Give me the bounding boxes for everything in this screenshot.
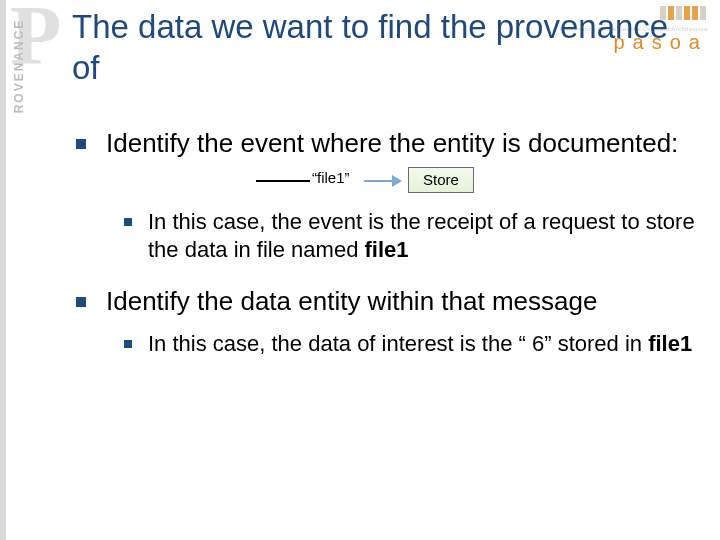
bullet-1-sub-bold: file1 xyxy=(364,237,408,262)
diagram: “file1” Store xyxy=(256,166,702,196)
bullet-2-sub: In this case, the data of interest is th… xyxy=(118,330,702,359)
bullet-2-sub-pre: In this case, the data of interest is th… xyxy=(148,331,648,356)
slide-content: The data we want to find the provenance … xyxy=(72,6,702,379)
bullet-2: Identify the data entity within that mes… xyxy=(72,285,702,359)
bullet-1-sublist: In this case, the event is the receipt o… xyxy=(106,208,702,265)
bullet-2-sub-bold: file1 xyxy=(648,331,692,356)
bullet-1: Identify the event where the entity is d… xyxy=(72,127,702,265)
bullet-2-text: Identify the data entity within that mes… xyxy=(106,286,597,316)
bullet-1-sub-pre: In this case, the event is the receipt o… xyxy=(148,209,695,263)
arrow-icon xyxy=(364,180,400,182)
left-rail: P ROVENANCE xyxy=(0,0,44,540)
page-title: The data we want to find the provenance … xyxy=(72,6,702,89)
diagram-store-box: Store xyxy=(408,167,474,193)
bullet-1-text: Identify the event where the entity is d… xyxy=(106,128,678,158)
arrow-tail-icon xyxy=(256,180,310,182)
logo-side-text: ROVENANCE xyxy=(12,6,32,126)
bullet-1-sub: In this case, the event is the receipt o… xyxy=(118,208,702,265)
bullet-2-sublist: In this case, the data of interest is th… xyxy=(106,330,702,359)
diagram-file-label: “file1” xyxy=(312,168,350,187)
provenance-logo: P ROVENANCE xyxy=(0,0,44,150)
bullet-list: Identify the event where the entity is d… xyxy=(72,127,702,359)
